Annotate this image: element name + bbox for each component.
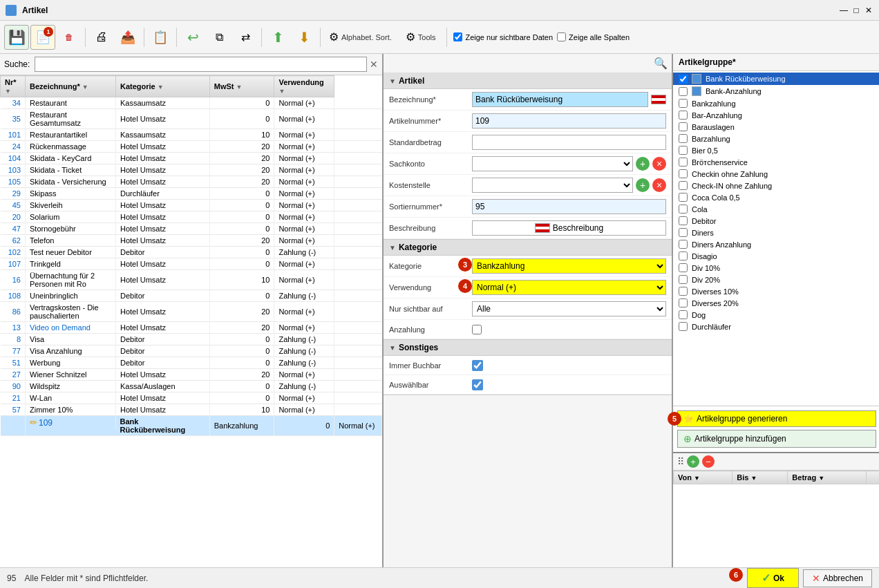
- copy-button[interactable]: 📋: [148, 25, 173, 50]
- artikelnummer-input[interactable]: [472, 113, 666, 129]
- artikelgruppe-item[interactable]: Bank-Anzahlung: [673, 85, 879, 97]
- kostenstelle-del-button[interactable]: ×: [652, 178, 666, 192]
- minimize-button[interactable]: —: [839, 6, 849, 15]
- ag-checkbox[interactable]: [679, 122, 688, 131]
- kategorie-section-header[interactable]: ▼ Kategorie: [384, 240, 672, 256]
- up-button[interactable]: ⬆: [265, 25, 290, 50]
- refresh-button[interactable]: ↩: [180, 25, 205, 50]
- table-row[interactable]: 24RückenmassageHotel Umsatz20Normal (+): [1, 141, 382, 153]
- kostenstelle-select[interactable]: [472, 178, 633, 193]
- ag-checkbox[interactable]: [679, 228, 688, 237]
- table-row[interactable]: 77Visa AnzahlungDebitor0Zahlung (-): [1, 345, 382, 357]
- ok-button[interactable]: ✓ Ok: [747, 568, 799, 588]
- table-row[interactable]: ✏109Bank RücküberweisungBankzahlung0Norm…: [1, 416, 382, 436]
- alphabet-sort-button[interactable]: ⚙ Alphabet. Sort.: [324, 25, 399, 50]
- ag-checkbox[interactable]: [679, 216, 688, 225]
- table-row[interactable]: 8VisaDebitor0Zahlung (-): [1, 334, 382, 345]
- ag-checkbox[interactable]: [679, 252, 688, 260]
- artikelgruppe-item[interactable]: Check-IN ohne Zahlung: [673, 180, 879, 191]
- ag-checkbox[interactable]: [679, 205, 688, 214]
- table-row[interactable]: 104Skidata - KeyCardHotel Umsatz20Normal…: [1, 153, 382, 164]
- table-row[interactable]: 47StornogebührHotel Umsatz0Normal (+): [1, 223, 382, 235]
- artikelgruppe-item[interactable]: Disagio: [673, 250, 879, 262]
- nur-sichtbar-select[interactable]: Alle: [472, 301, 666, 316]
- kostenstelle-add-button[interactable]: +: [636, 178, 650, 192]
- artikelgruppe-item[interactable]: Diverses 20%: [673, 297, 879, 309]
- artikelgruppe-item[interactable]: Bröтchenservice: [673, 156, 879, 168]
- ag-checkbox[interactable]: [679, 240, 688, 249]
- cancel-button[interactable]: ✕ Abbrechen: [803, 569, 872, 587]
- artikelgruppe-item[interactable]: Bier 0,5: [673, 144, 879, 156]
- artikelgruppe-item[interactable]: Dog: [673, 309, 879, 321]
- artikelgruppe-item[interactable]: Div 20%: [673, 274, 879, 285]
- ag-checkbox[interactable]: [679, 75, 688, 84]
- ag-checkbox[interactable]: [679, 111, 688, 120]
- artikelgruppe-item[interactable]: Bank Rücküberweisung: [673, 73, 879, 85]
- export-button[interactable]: 📤: [115, 25, 140, 50]
- artikelgruppe-item[interactable]: Barauslagen: [673, 121, 879, 133]
- artikelgruppe-item[interactable]: Barzahlung: [673, 133, 879, 144]
- search-clear-button[interactable]: ✕: [370, 59, 378, 70]
- table-row[interactable]: 108UneinbringlichDebitor0Zahlung (-): [1, 290, 382, 302]
- print-button[interactable]: 🖨: [89, 25, 114, 50]
- table-row[interactable]: 105Skidata - VersicherungHotel Umsatz20N…: [1, 176, 382, 188]
- artikelgruppe-item[interactable]: Checkin ohne Zahlung: [673, 168, 879, 180]
- maximize-button[interactable]: □: [851, 6, 861, 15]
- duplicate-button[interactable]: ⧉: [207, 25, 231, 50]
- ag-checkbox[interactable]: [679, 99, 688, 108]
- sachkonto-add-button[interactable]: +: [636, 157, 650, 171]
- ag-checkbox[interactable]: [679, 87, 688, 96]
- beschreibung-button[interactable]: Beschreibung: [472, 220, 666, 236]
- kategorie-select[interactable]: Bankzahlung: [472, 258, 666, 274]
- ag-checkbox[interactable]: [679, 169, 688, 178]
- table-row[interactable]: 16Übernachtung für 2 Personen mit RoHote…: [1, 270, 382, 290]
- close-button[interactable]: ✕: [864, 6, 873, 15]
- artikelgruppe-item[interactable]: Bar-Anzahlung: [673, 109, 879, 121]
- bezeichnung-input[interactable]: [472, 92, 648, 107]
- ag-checkbox[interactable]: [679, 310, 688, 319]
- table-row[interactable]: 102Test neuer DebitorDebitor0Zahlung (-): [1, 247, 382, 258]
- ag-checkbox[interactable]: [679, 158, 688, 167]
- verwendung-select[interactable]: Normal (+): [472, 280, 666, 295]
- standardbetrag-input[interactable]: [472, 135, 666, 150]
- table-row[interactable]: 21W-LanHotel Umsatz0Normal (+): [1, 392, 382, 404]
- artikelgruppe-item[interactable]: Debitor: [673, 215, 879, 227]
- bottom-add-button[interactable]: +: [687, 455, 699, 468]
- ag-checkbox[interactable]: [679, 275, 688, 284]
- table-row[interactable]: 34RestaurantKassaumsatz0Normal (+): [1, 97, 382, 109]
- table-row[interactable]: 45SkiverleihHotel Umsatz0Normal (+): [1, 200, 382, 211]
- sachkonto-select[interactable]: [472, 156, 633, 171]
- tools-button[interactable]: ⚙ Tools: [401, 25, 444, 50]
- arrows-button[interactable]: ⇄: [233, 25, 258, 50]
- down-button[interactable]: ⬇: [292, 25, 316, 50]
- ag-checkbox[interactable]: [679, 146, 688, 155]
- sortiernummer-input[interactable]: [472, 199, 666, 214]
- delete-button[interactable]: 🗑: [57, 25, 82, 50]
- sonstiges-section-header[interactable]: ▼ Sonstiges: [384, 340, 672, 356]
- immer-buchbar-checkbox[interactable]: [472, 360, 483, 371]
- artikelgruppe-item[interactable]: Diverses 10%: [673, 285, 879, 297]
- artikelgruppe-item[interactable]: Diners Anzahlung: [673, 238, 879, 250]
- ag-checkbox[interactable]: [679, 193, 688, 202]
- ag-checkbox[interactable]: [679, 263, 688, 272]
- table-row[interactable]: 86Vertragskosten - Die pauschaliertenHot…: [1, 302, 382, 322]
- anzahlung-checkbox[interactable]: [472, 325, 482, 334]
- table-row[interactable]: 103Skidata - TicketHotel Umsatz20Normal …: [1, 164, 382, 176]
- artikelgruppe-generate-button[interactable]: ⭐ Artikelgruppe generieren: [677, 410, 876, 427]
- sachkonto-del-button[interactable]: ×: [652, 157, 666, 171]
- table-row[interactable]: 20SolariumHotel Umsatz0Normal (+): [1, 211, 382, 223]
- artikelgruppe-item[interactable]: Div 10%: [673, 262, 879, 274]
- artikelgruppe-item[interactable]: Bankzahlung: [673, 97, 879, 109]
- ag-checkbox[interactable]: [679, 134, 688, 143]
- ag-checkbox[interactable]: [679, 287, 688, 296]
- search-input[interactable]: [35, 57, 367, 72]
- auswahlbar-checkbox[interactable]: [472, 379, 483, 390]
- table-row[interactable]: 27Wiener SchnitzelHotel Umsatz20Normal (…: [1, 369, 382, 381]
- artikelgruppe-item[interactable]: Diners: [673, 227, 879, 238]
- drag-handle[interactable]: ⠿: [677, 456, 684, 467]
- ag-checkbox[interactable]: [679, 181, 688, 190]
- show-visible-label[interactable]: Zeige nur sichtbare Daten: [465, 33, 553, 41]
- artikelgruppe-item[interactable]: Coca Cola 0,5: [673, 191, 879, 203]
- artikelgruppe-add-button[interactable]: ⊕ Artikelgruppe hinzufügen: [677, 430, 876, 448]
- table-row[interactable]: 57Zimmer 10%Hotel Umsatz10Normal (+): [1, 404, 382, 416]
